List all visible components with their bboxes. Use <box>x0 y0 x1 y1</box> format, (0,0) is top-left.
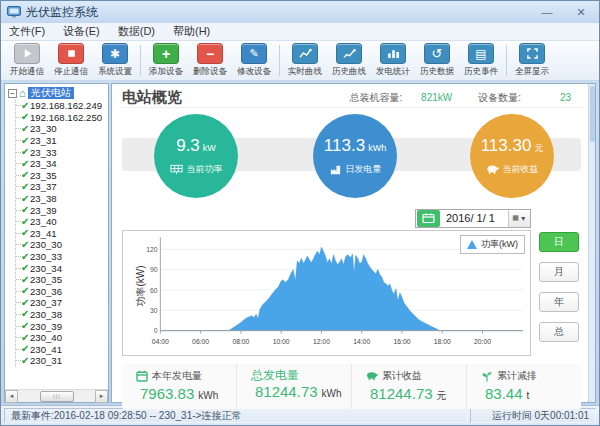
toolbar-button-label: 添加设备 <box>149 65 183 77</box>
check-icon: ✔ <box>21 112 29 122</box>
check-icon: ✔ <box>21 217 29 227</box>
scroll-right-arrow-icon[interactable]: ▸ <box>95 390 108 403</box>
stat-累计收益: 累计收益81244.73元 <box>351 364 466 409</box>
stat-value: 81244.73 <box>370 385 433 402</box>
toolbar-system-settings-button[interactable]: ✱系统设置 <box>93 43 137 78</box>
tree-device-item[interactable]: ✔230_33 <box>16 251 108 263</box>
kpi-unit: kWh <box>368 143 386 153</box>
tree-root-row[interactable]: − ⌂ 光伏电站 <box>8 86 108 100</box>
toolbar-stop-communication-button[interactable]: 停止通信 <box>49 43 93 78</box>
tree-device-item[interactable]: ✔192.168.162.250 <box>16 112 108 124</box>
tree-root-label[interactable]: 光伏电站 <box>28 87 74 99</box>
check-icon: ✔ <box>21 252 29 262</box>
toolbar-fullscreen-button[interactable]: 全屏显示 <box>510 43 554 78</box>
period-button-年[interactable]: 年 <box>539 292 579 312</box>
close-button[interactable]: ✕ <box>569 5 593 19</box>
tree-device-item[interactable]: ✔230_41 <box>16 343 108 355</box>
toolbar-modify-device-button[interactable]: ✎修改设备 <box>232 43 276 78</box>
date-picker[interactable]: 2016/ 1/ 1 ▦▼ <box>415 209 531 228</box>
history-curve-icon <box>336 43 362 64</box>
piggy-icon <box>366 370 378 382</box>
kpi-value: 113.3 <box>324 136 365 156</box>
date-dropdown-button[interactable]: ▦▼ <box>508 210 530 227</box>
tree-device-item[interactable]: ✔23_31 <box>16 135 108 147</box>
tree-device-item[interactable]: ✔23_38 <box>16 193 108 205</box>
device-label: 230_39 <box>30 321 62 332</box>
toolbar-generation-stats-button[interactable]: 发电统计 <box>371 43 415 78</box>
tree-device-item[interactable]: ✔23_33 <box>16 146 108 158</box>
scrollbar-thumb[interactable]: ||| <box>40 391 74 402</box>
leaf-icon <box>481 370 493 382</box>
toolbar-history-curve-button[interactable]: 历史曲线 <box>327 43 371 78</box>
tree-device-item[interactable]: ✔192.168.162.249 <box>16 100 108 112</box>
main-vertical-scrollbar[interactable] <box>588 84 595 402</box>
history-data-icon: ↺ <box>424 43 450 64</box>
tree-device-item[interactable]: ✔230_35 <box>16 274 108 286</box>
app-window: 光伏监控系统 — ✕ 文件(F) 设备(E) 数据(D) 帮助(H) 开始通信停… <box>0 0 600 426</box>
sun-icon: 总发电量 <box>251 369 299 381</box>
toolbar-separator <box>506 45 507 76</box>
device-label: 192.168.162.249 <box>30 101 102 112</box>
tree-device-item[interactable]: ✔230_40 <box>16 332 108 344</box>
toolbar-start-communication-button[interactable]: 开始通信 <box>5 43 49 78</box>
stat-label: 累计减排 <box>497 369 537 383</box>
sidebar-horizontal-scrollbar[interactable]: ◂ ||| ▸ <box>5 389 108 402</box>
device-label: 23_38 <box>30 193 57 204</box>
menu-help[interactable]: 帮助(H) <box>173 24 210 39</box>
svg-text:16:00: 16:00 <box>393 336 410 346</box>
check-icon: ✔ <box>21 240 29 250</box>
tree-device-item[interactable]: ✔23_30 <box>16 123 108 135</box>
tree-device-item[interactable]: ✔230_36 <box>16 286 108 298</box>
toolbar-add-device-button[interactable]: +添加设备 <box>144 43 188 78</box>
device-label: 230_41 <box>30 344 62 355</box>
period-button-总[interactable]: 总 <box>539 322 579 342</box>
tree-device-item[interactable]: ✔230_38 <box>16 309 108 321</box>
tree-device-item[interactable]: ✔23_40 <box>16 216 108 228</box>
tree-device-item[interactable]: ✔23_39 <box>16 204 108 216</box>
toolbar-history-events-button[interactable]: ▤历史事件 <box>459 43 503 78</box>
scroll-left-arrow-icon[interactable]: ◂ <box>5 390 18 403</box>
device-count-label: 设备数量: <box>478 91 521 105</box>
svg-text:0: 0 <box>154 326 158 336</box>
tree-device-item[interactable]: ✔23_37 <box>16 181 108 193</box>
menu-file[interactable]: 文件(F) <box>9 24 45 39</box>
menu-data[interactable]: 数据(D) <box>118 24 155 39</box>
check-icon: ✔ <box>21 124 29 134</box>
toolbar-history-data-button[interactable]: ↺历史数据 <box>415 43 459 78</box>
tree-device-item[interactable]: ✔230_31 <box>16 355 108 367</box>
check-icon: ✔ <box>21 286 29 296</box>
tree-device-item[interactable]: ✔23_34 <box>16 158 108 170</box>
scrollbar-thumb[interactable] <box>590 86 595 142</box>
calendar-icon[interactable] <box>417 210 440 227</box>
stat-label: 本年发电量 <box>152 369 202 383</box>
tree-device-item[interactable]: ✔230_39 <box>16 320 108 332</box>
summary-stats: 本年发电量7963.83kWh总发电量81244.73kWh累计收益81244.… <box>122 364 581 409</box>
tree-device-item[interactable]: ✔230_37 <box>16 297 108 309</box>
latest-event-status: 最新事件:2016-02-18 09:28:50 -- 230_31->连接正常 <box>4 408 468 423</box>
date-value[interactable]: 2016/ 1/ 1 <box>442 212 508 224</box>
tree-device-item[interactable]: ✔23_41 <box>16 228 108 240</box>
stat-unit: kWh <box>322 388 342 399</box>
kpi-value: 9.3 <box>176 136 200 156</box>
toolbar-separator <box>140 45 141 76</box>
chart-row: 功率(kW) 功率(kW) 030609012004:0006:0008:001… <box>122 230 585 356</box>
stat-总发电量: 总发电量81244.73kWh <box>236 364 351 409</box>
device-label: 230_30 <box>30 240 62 251</box>
svg-text:06:00: 06:00 <box>192 336 209 346</box>
mini-calendar-icon: ▦ <box>512 214 519 222</box>
collapse-icon[interactable]: − <box>8 89 17 98</box>
toolbar-button-label: 开始通信 <box>10 65 44 77</box>
tree-device-item[interactable]: ✔230_30 <box>16 239 108 251</box>
menu-device[interactable]: 设备(E) <box>63 24 100 39</box>
minimize-button[interactable]: — <box>535 5 559 19</box>
tree-device-item[interactable]: ✔230_34 <box>16 262 108 274</box>
toolbar-realtime-curve-button[interactable]: 实时曲线 <box>283 43 327 78</box>
period-button-月[interactable]: 月 <box>539 262 579 282</box>
plus-icon: + <box>153 43 179 64</box>
tree-device-item[interactable]: ✔23_35 <box>16 170 108 182</box>
period-button-日[interactable]: 日 <box>539 232 579 252</box>
toolbar-delete-device-button[interactable]: −删除设备 <box>188 43 232 78</box>
device-tree: − ⌂ 光伏电站 ✔192.168.162.249✔192.168.162.25… <box>5 84 108 389</box>
check-icon: ✔ <box>21 170 29 180</box>
device-label: 230_35 <box>30 274 62 285</box>
